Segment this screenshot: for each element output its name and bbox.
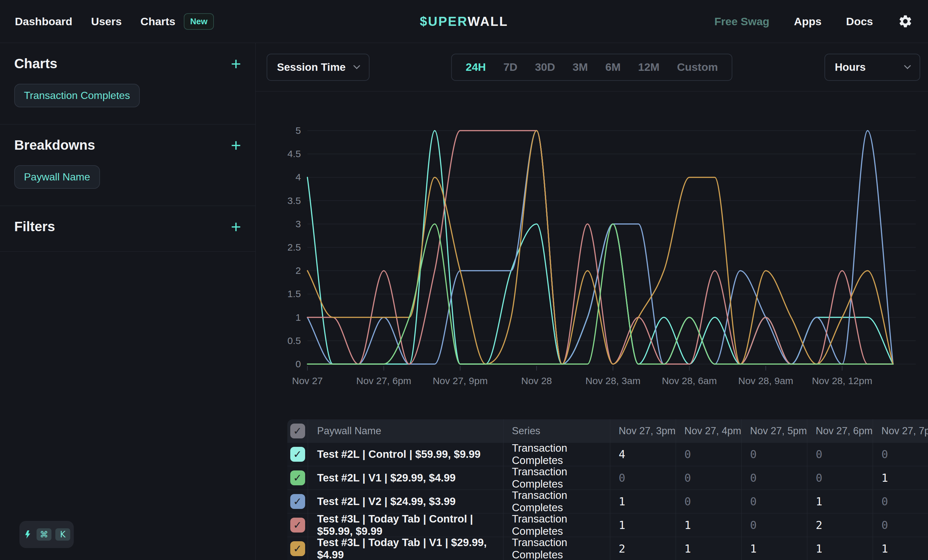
series-cell: Transaction Completes bbox=[504, 466, 610, 490]
row-checkbox[interactable]: ✓ bbox=[290, 541, 305, 556]
controls-bar: Session Time 24H7D30D3M6M12MCustom Hours bbox=[256, 43, 928, 91]
sidebar-section-charts: Charts+Transaction Completes bbox=[0, 43, 255, 125]
y-axis-tick-label: 2 bbox=[295, 265, 301, 276]
value-cell: 2 bbox=[610, 537, 676, 560]
row-checkbox-cell: ✓ bbox=[287, 513, 308, 537]
add-filters-plus-icon[interactable]: + bbox=[231, 220, 241, 233]
sidebar-section-header: Filters+ bbox=[14, 219, 241, 234]
x-axis-tick-label: Nov 28, 3am bbox=[585, 375, 640, 386]
page-layout: Charts+Transaction CompletesBreakdowns+P… bbox=[0, 43, 928, 560]
value-cell: 0 bbox=[742, 443, 807, 466]
header-paywall-name: Paywall Name bbox=[308, 419, 504, 442]
paywall-name-cell: Test #3L | Today Tab | Control | $59.99,… bbox=[308, 513, 504, 537]
value-cell: 0 bbox=[742, 490, 807, 513]
y-axis-tick-label: 3.5 bbox=[287, 195, 301, 206]
paywall-name-cell: Test #3L | Today Tab | V1 | $29.99, $4.9… bbox=[308, 537, 504, 560]
header-nov-27-6pm: Nov 27, 6pm bbox=[807, 419, 873, 442]
nav-item-free-swag[interactable]: Free Swag bbox=[714, 15, 769, 28]
range-tab-12m[interactable]: 12M bbox=[629, 61, 668, 73]
row-checkbox-cell: ✓ bbox=[287, 466, 308, 490]
value-cell: 1 bbox=[807, 537, 873, 560]
value-cell: 1 bbox=[873, 466, 928, 490]
nav-item-charts-group: Charts New bbox=[140, 13, 214, 30]
row-checkbox[interactable]: ✓ bbox=[290, 517, 305, 533]
y-axis-tick-label: 1 bbox=[295, 312, 301, 323]
settings-gear-icon[interactable] bbox=[897, 14, 913, 29]
range-tab-6m[interactable]: 6M bbox=[597, 61, 629, 73]
x-axis-tick-label: Nov 28, 6am bbox=[662, 375, 717, 386]
unit-select[interactable]: Hours bbox=[824, 54, 920, 81]
y-axis-tick-label: 4.5 bbox=[287, 148, 301, 159]
row-checkbox[interactable]: ✓ bbox=[290, 494, 305, 509]
value-cell: 0 bbox=[676, 490, 742, 513]
table-row: ✓Test #2L | Control | $59.99, $9.99Trans… bbox=[287, 443, 928, 466]
nav-item-dashboard[interactable]: Dashboard bbox=[15, 15, 72, 28]
select-all-checkbox[interactable]: ✓ bbox=[290, 423, 305, 438]
value-cell: 0 bbox=[873, 443, 928, 466]
paywall-name-cell: Test #2L | V1 | $29.99, $4.99 bbox=[308, 466, 504, 490]
value-cell: 1 bbox=[676, 537, 742, 560]
sidebar-section-title: Breakdowns bbox=[14, 137, 95, 153]
y-axis-tick-label: 4 bbox=[295, 172, 301, 183]
chip-list: Transaction Completes bbox=[14, 84, 241, 107]
value-cell: 0 bbox=[676, 466, 742, 490]
value-cell: 4 bbox=[610, 443, 676, 466]
value-cell: 1 bbox=[676, 513, 742, 537]
table-row: ✓Test #2L | V2 | $24.99, $3.99Transactio… bbox=[287, 490, 928, 513]
y-axis-tick-label: 0 bbox=[295, 359, 301, 369]
x-axis-tick-label: Nov 27, 9pm bbox=[433, 375, 488, 386]
series-cell: Transaction Completes bbox=[504, 513, 610, 537]
value-cell: 2 bbox=[807, 513, 873, 537]
command-palette-shortcut[interactable]: ⌘ K bbox=[20, 521, 74, 548]
metric-select[interactable]: Session Time bbox=[267, 54, 369, 81]
value-cell: 0 bbox=[676, 443, 742, 466]
sidebar-section-breakdowns: Breakdowns+Paywall Name bbox=[0, 125, 255, 206]
range-tab-custom[interactable]: Custom bbox=[668, 61, 727, 73]
range-tab-24h[interactable]: 24H bbox=[457, 61, 495, 73]
value-cell: 1 bbox=[807, 490, 873, 513]
metric-select-value: Session Time bbox=[277, 61, 346, 73]
nav-item-apps[interactable]: Apps bbox=[794, 15, 821, 28]
sidebar-section-filters: Filters+ bbox=[0, 206, 255, 251]
paywall-name-cell: Test #2L | V2 | $24.99, $3.99 bbox=[308, 490, 504, 513]
table-row: ✓Test #3L | Today Tab | V1 | $29.99, $4.… bbox=[287, 537, 928, 560]
x-axis-tick-label: Nov 28, 9am bbox=[738, 375, 793, 386]
x-axis-tick-label: Nov 28, 12pm bbox=[812, 375, 872, 386]
value-cell: 1 bbox=[610, 490, 676, 513]
value-cell: 1 bbox=[742, 537, 807, 560]
value-cell: 0 bbox=[742, 513, 807, 537]
add-charts-plus-icon[interactable]: + bbox=[231, 57, 241, 70]
row-checkbox[interactable]: ✓ bbox=[290, 447, 305, 462]
chevron-down-icon bbox=[904, 62, 911, 69]
range-tab-30d[interactable]: 30D bbox=[526, 61, 564, 73]
sidebar: Charts+Transaction CompletesBreakdowns+P… bbox=[0, 43, 256, 560]
header-nov-27-5pm: Nov 27, 5pm bbox=[742, 419, 807, 442]
row-checkbox-cell: ✓ bbox=[287, 443, 308, 466]
range-tab-3m[interactable]: 3M bbox=[564, 61, 597, 73]
logo-accent-text: $UPER bbox=[420, 14, 468, 29]
row-checkbox[interactable]: ✓ bbox=[290, 470, 305, 485]
y-axis-tick-label: 5 bbox=[295, 125, 301, 136]
table-header-row: ✓Paywall NameSeriesNov 27, 3pmNov 27, 4p… bbox=[287, 419, 928, 443]
new-badge: New bbox=[184, 13, 214, 30]
top-nav: Dashboard Users Charts New $UPERWALL Fre… bbox=[0, 0, 928, 43]
nav-item-users[interactable]: Users bbox=[91, 15, 122, 28]
main-panel: Session Time 24H7D30D3M6M12MCustom Hours… bbox=[256, 43, 928, 560]
range-tab-7d[interactable]: 7D bbox=[495, 61, 526, 73]
x-axis-tick-label: Nov 28 bbox=[521, 375, 552, 386]
nav-item-charts[interactable]: Charts bbox=[140, 15, 176, 28]
nav-item-docs[interactable]: Docs bbox=[846, 15, 873, 28]
value-cell: 0 bbox=[873, 490, 928, 513]
series-cell: Transaction Completes bbox=[504, 443, 610, 466]
x-axis-tick-label: Nov 27, 6pm bbox=[356, 375, 411, 386]
chip-paywall-name[interactable]: Paywall Name bbox=[14, 165, 100, 189]
header-series: Series bbox=[504, 419, 610, 442]
value-cell: 0 bbox=[807, 466, 873, 490]
y-axis-tick-label: 3 bbox=[295, 219, 301, 229]
y-axis-tick-label: 0.5 bbox=[287, 335, 301, 346]
y-axis-tick-label: 2.5 bbox=[287, 242, 301, 253]
add-breakdowns-plus-icon[interactable]: + bbox=[231, 139, 241, 152]
chip-transaction-completes[interactable]: Transaction Completes bbox=[14, 84, 140, 107]
sidebar-section-header: Charts+ bbox=[14, 56, 241, 72]
value-cell: 1 bbox=[610, 513, 676, 537]
